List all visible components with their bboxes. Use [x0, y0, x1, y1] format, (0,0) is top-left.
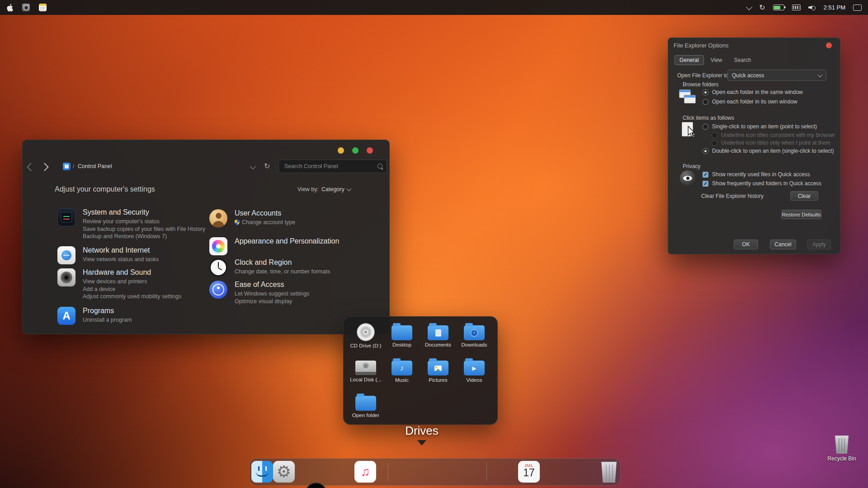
- control-panel-search-input[interactable]: [283, 163, 374, 170]
- category-link[interactable]: Let Windows suggest settings: [235, 290, 309, 298]
- back-button[interactable]: [27, 163, 35, 171]
- popup-item-desktop[interactable]: Desktop: [385, 323, 419, 347]
- volume-icon[interactable]: [808, 5, 816, 11]
- radio-row[interactable]: Double-click to open an item (single-cli…: [703, 148, 834, 154]
- system-settings-dock-icon[interactable]: [273, 461, 295, 483]
- ease-of-access-icon: [209, 281, 227, 299]
- clear-button[interactable]: Clear: [790, 191, 818, 201]
- checkbox-frequent-folders[interactable]: [703, 181, 708, 187]
- ok-button[interactable]: OK: [734, 239, 758, 249]
- chevron-down-icon[interactable]: [746, 4, 752, 10]
- privacy-eye-icon: [680, 170, 695, 186]
- dock-separator: [388, 463, 388, 481]
- view-by-control[interactable]: View by: Category: [297, 186, 351, 192]
- dock: JUL 17: [249, 458, 621, 486]
- category-clock-and-region[interactable]: Clock and Region Change date, time, or n…: [209, 258, 330, 277]
- restore-defaults-button[interactable]: Restore Defaults: [781, 210, 821, 219]
- window-controls: [338, 147, 373, 154]
- radio-row[interactable]: Open each folder in its own window: [703, 99, 797, 105]
- address-dropdown-icon[interactable]: [250, 164, 256, 169]
- camera-app-icon[interactable]: [22, 4, 30, 11]
- popup-item-downloads[interactable]: Downloads: [457, 323, 491, 347]
- tab-search[interactable]: Search: [729, 55, 756, 65]
- category-link[interactable]: Adjust commonly used mobility settings: [83, 293, 181, 300]
- search-icon[interactable]: [377, 164, 382, 169]
- radio-row[interactable]: Open each folder in the same window: [703, 89, 803, 95]
- recycle-bin[interactable]: Recycle Bin: [825, 436, 859, 462]
- category-programs[interactable]: Programs Uninstall a program: [57, 307, 132, 325]
- menubar-right: 2:51 PM: [747, 4, 862, 12]
- breadcrumb[interactable]: Control Panel: [78, 163, 112, 169]
- category-title[interactable]: System and Security: [83, 208, 205, 216]
- clock-app-dock-icon[interactable]: [305, 483, 327, 488]
- view-by-chevron-icon[interactable]: [346, 186, 351, 191]
- tab-view[interactable]: View: [706, 55, 727, 65]
- category-link[interactable]: Optimize visual display: [235, 298, 309, 305]
- category-link[interactable]: Review your computer's status: [83, 218, 205, 225]
- close-button[interactable]: [367, 147, 373, 154]
- radio-single-click[interactable]: [703, 124, 708, 130]
- clear-history-label: Clear File Explorer history: [701, 193, 764, 199]
- open-to-label: Open File Explorer to:: [677, 72, 730, 79]
- software-update-icon[interactable]: [759, 4, 765, 12]
- radio-own-window[interactable]: [703, 99, 708, 105]
- radio-row[interactable]: Single-click to open an item (point to s…: [703, 123, 817, 130]
- category-title[interactable]: Hardware and Sound: [83, 268, 181, 277]
- category-appearance[interactable]: Appearance and Personalization: [209, 237, 339, 255]
- popup-item-documents[interactable]: Documents: [421, 323, 455, 347]
- minimize-button[interactable]: [338, 147, 344, 154]
- music-dock-icon[interactable]: [354, 461, 376, 483]
- category-link[interactable]: Backup and Restore (Windows 7): [83, 233, 205, 240]
- category-title[interactable]: Appearance and Personalization: [235, 237, 339, 245]
- notes-app-icon[interactable]: [39, 4, 47, 11]
- category-link[interactable]: Save backup copies of your files with Fi…: [83, 225, 205, 233]
- tab-general[interactable]: General: [675, 55, 704, 65]
- category-link[interactable]: Add a device: [83, 286, 181, 293]
- radio-same-window[interactable]: [703, 89, 708, 95]
- battery-icon[interactable]: [773, 5, 784, 10]
- popup-item-local-disk[interactable]: Local Disk (...: [349, 358, 383, 382]
- category-network-and-internet[interactable]: Network and Internet View network status…: [57, 246, 159, 264]
- keyboard-icon[interactable]: [792, 5, 801, 10]
- trash-icon: [600, 461, 618, 483]
- zoom-button[interactable]: [352, 147, 359, 154]
- finder-dock-icon[interactable]: [251, 461, 273, 483]
- calendar-dock-icon[interactable]: JUL 17: [518, 461, 540, 483]
- category-user-accounts[interactable]: User Accounts Change account type: [209, 209, 295, 227]
- popup-item-open-folder[interactable]: Open folder: [349, 394, 383, 418]
- category-title[interactable]: User Accounts: [235, 209, 295, 217]
- cancel-button[interactable]: Cancel: [770, 239, 796, 249]
- category-link[interactable]: Uninstall a program: [83, 316, 132, 324]
- popup-item-cd-drive[interactable]: CD Drive (D:): [349, 323, 383, 348]
- popup-item-pictures[interactable]: Pictures: [421, 358, 455, 383]
- checkbox-row[interactable]: Show recently used files in Quick access: [703, 171, 810, 178]
- checkbox-row[interactable]: Show frequently used folders in Quick ac…: [703, 180, 821, 187]
- category-title[interactable]: Network and Internet: [83, 246, 159, 254]
- category-title[interactable]: Clock and Region: [235, 258, 330, 267]
- forward-button[interactable]: [40, 163, 48, 171]
- view-by-value[interactable]: Category: [321, 186, 344, 192]
- dock-separator: [486, 463, 487, 481]
- category-title[interactable]: Programs: [83, 307, 132, 315]
- close-icon[interactable]: [826, 42, 832, 48]
- menubar-clock[interactable]: 2:51 PM: [824, 4, 845, 11]
- apple-menu-icon[interactable]: [6, 4, 13, 12]
- popup-item-videos[interactable]: Videos: [457, 358, 491, 383]
- trash-dock-icon[interactable]: [598, 461, 620, 483]
- open-to-select[interactable]: Quick access: [727, 70, 826, 81]
- category-link[interactable]: View network status and tasks: [83, 256, 159, 263]
- category-link[interactable]: View devices and printers: [83, 278, 181, 286]
- popup-item-music[interactable]: Music: [385, 358, 419, 383]
- category-link[interactable]: Change account type: [235, 219, 295, 226]
- radio-double-click[interactable]: [703, 148, 708, 154]
- category-ease-of-access[interactable]: Ease of Access Let Windows suggest setti…: [209, 281, 309, 305]
- dock-stack-label: Drives: [377, 424, 467, 438]
- category-hardware-and-sound[interactable]: Hardware and Sound View devices and prin…: [57, 268, 181, 300]
- radio-row: Underline icon titles only when I point …: [712, 140, 830, 146]
- category-link[interactable]: Change date, time, or number formats: [235, 268, 330, 276]
- checkbox-recent-files[interactable]: [703, 172, 708, 178]
- category-system-and-security[interactable]: System and Security Review your computer…: [57, 208, 205, 240]
- refresh-icon[interactable]: ↻: [264, 162, 270, 170]
- screen-mirroring-icon[interactable]: [853, 5, 862, 11]
- category-title[interactable]: Ease of Access: [235, 281, 309, 289]
